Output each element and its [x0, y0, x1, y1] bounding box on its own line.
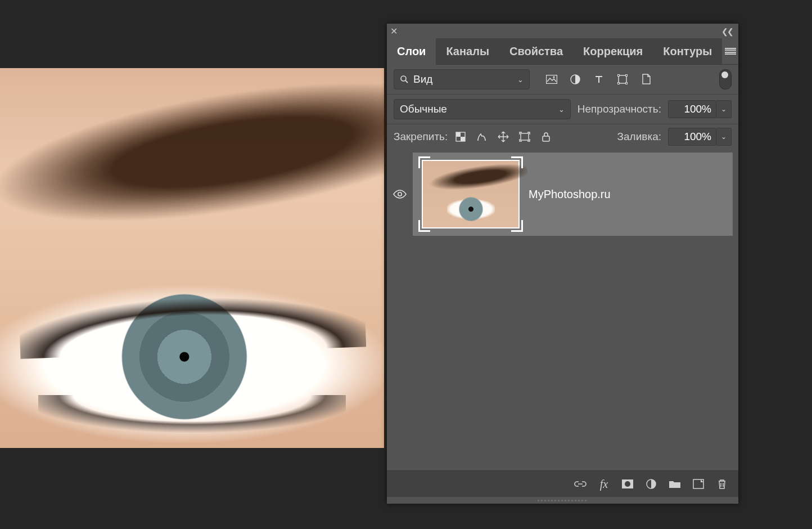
layers-panel: ✕ ❮❮ Слои Каналы Свойства Коррекция Конт…: [387, 24, 738, 504]
eyebrow-shape: [0, 52, 451, 274]
lock-buttons: [454, 131, 552, 143]
layer-style-icon[interactable]: fx: [598, 478, 610, 490]
svg-rect-5: [619, 75, 626, 83]
grip-dots: [538, 500, 588, 501]
svg-point-17: [625, 481, 630, 487]
tab-channels[interactable]: Каналы: [436, 38, 499, 64]
tab-paths[interactable]: Контуры: [653, 38, 722, 64]
blend-mode-value: Обычные: [400, 103, 447, 115]
svg-rect-6: [618, 75, 620, 77]
opacity-value[interactable]: 100%: [668, 100, 716, 118]
fill-value[interactable]: 100%: [668, 128, 716, 146]
eye-icon: [393, 190, 407, 199]
lock-position-icon[interactable]: [497, 131, 509, 143]
fill-label: Заливка:: [617, 131, 661, 143]
svg-rect-9: [626, 83, 628, 84]
layer-thumbnail[interactable]: [422, 160, 520, 228]
svg-point-15: [398, 192, 402, 196]
link-layers-icon[interactable]: [574, 478, 587, 490]
layer-mask-icon[interactable]: [621, 478, 634, 490]
lock-artboard-icon[interactable]: [518, 131, 531, 143]
lock-image-icon[interactable]: [476, 131, 488, 143]
adjustment-layer-icon[interactable]: [645, 478, 657, 490]
lock-label: Закрепить:: [394, 131, 448, 143]
visibility-toggle[interactable]: [387, 153, 413, 236]
toggle-knob: [721, 71, 728, 78]
filter-adjustment-icon[interactable]: [569, 73, 581, 86]
hamburger-icon: [725, 48, 736, 55]
lashes-bottom-shape: [38, 395, 345, 449]
kind-filter-dropdown[interactable]: Вид ⌄: [394, 69, 530, 89]
svg-rect-14: [543, 136, 549, 141]
lock-row: Закрепить: Заливка: 100% ⌄: [387, 124, 738, 149]
filter-type-icons: [545, 73, 652, 86]
canvas[interactable]: [0, 68, 384, 448]
tab-label: Каналы: [446, 45, 489, 58]
thumbnail-image: [423, 161, 518, 227]
search-icon: [400, 75, 409, 84]
tab-label: Контуры: [663, 45, 712, 58]
panel-resize-grip[interactable]: [387, 497, 738, 504]
group-icon[interactable]: [669, 478, 681, 490]
panel-titlebar[interactable]: ✕ ❮❮: [387, 24, 738, 38]
filter-pixel-icon[interactable]: [545, 73, 558, 86]
fill-stepper[interactable]: ⌄: [716, 128, 732, 146]
tab-label: Слои: [397, 45, 426, 58]
svg-rect-7: [626, 75, 628, 77]
filter-shape-icon[interactable]: [616, 73, 629, 86]
blend-mode-dropdown[interactable]: Обычные ⌄: [394, 99, 571, 119]
layer-name[interactable]: MyPhotoshop.ru: [529, 188, 611, 201]
tab-layers[interactable]: Слои: [387, 38, 436, 64]
new-layer-icon[interactable]: [692, 478, 705, 490]
panel-tabs: Слои Каналы Свойства Коррекция Контуры: [387, 38, 738, 65]
svg-rect-13: [521, 133, 529, 140]
layer-row[interactable]: MyPhotoshop.ru: [387, 153, 733, 236]
chevron-down-icon: ⌄: [558, 105, 565, 114]
trash-icon[interactable]: [716, 478, 728, 490]
svg-point-0: [401, 76, 406, 81]
svg-rect-12: [461, 137, 465, 141]
svg-rect-11: [456, 132, 461, 137]
filter-type-text-icon[interactable]: [593, 73, 605, 86]
filter-smartobject-icon[interactable]: [640, 73, 652, 86]
tab-label: Коррекция: [583, 45, 643, 58]
svg-point-3: [553, 76, 554, 78]
svg-rect-2: [547, 75, 557, 84]
blend-row: Обычные ⌄ Непрозрачность: 100% ⌄: [387, 95, 738, 124]
close-icon[interactable]: ✕: [390, 26, 398, 37]
collapse-icon[interactable]: ❮❮: [721, 27, 733, 36]
opacity-label: Непрозрачность:: [578, 103, 661, 115]
layer-list[interactable]: MyPhotoshop.ru: [387, 149, 738, 470]
filter-row: Вид ⌄: [387, 65, 738, 95]
panel-footer: fx: [387, 470, 738, 497]
lock-all-icon[interactable]: [540, 131, 552, 143]
panel-menu-button[interactable]: [722, 38, 738, 64]
fill-value-text: 100%: [684, 131, 711, 143]
tab-label: Свойства: [509, 45, 563, 58]
kind-filter-label: Вид: [413, 73, 432, 86]
svg-rect-8: [618, 83, 620, 84]
opacity-value-text: 100%: [684, 103, 711, 115]
tab-properties[interactable]: Свойства: [499, 38, 573, 64]
document-image: [0, 68, 384, 448]
filter-toggle[interactable]: [719, 69, 732, 89]
svg-line-1: [405, 80, 408, 83]
chevron-down-icon: ⌄: [517, 75, 524, 84]
lock-transparency-icon[interactable]: [454, 131, 467, 143]
tab-adjustments[interactable]: Коррекция: [573, 38, 653, 64]
lashes-top-shape: [18, 271, 366, 359]
opacity-stepper[interactable]: ⌄: [716, 100, 732, 118]
